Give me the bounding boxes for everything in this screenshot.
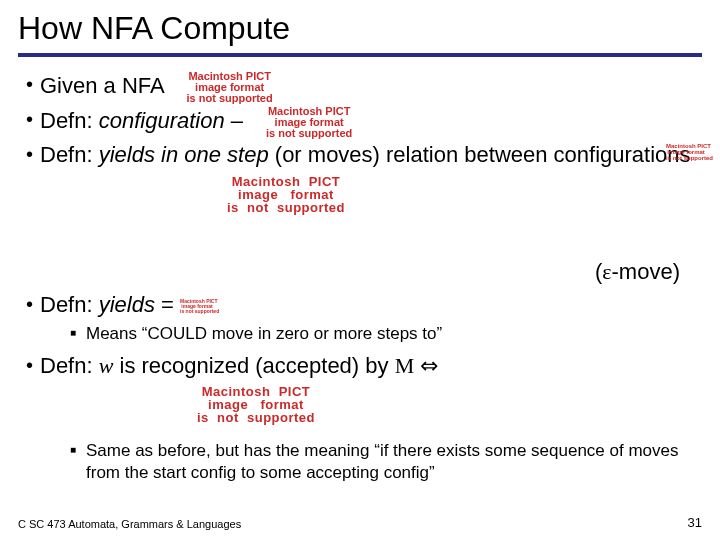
- text-span: Defn:: [40, 353, 99, 378]
- subbullet-square-icon: ■: [70, 440, 86, 459]
- text-span: (or moves) relation between configuratio…: [275, 142, 691, 167]
- text-em: yields: [99, 292, 155, 317]
- footer-page-number: 31: [688, 515, 702, 530]
- text-em: configuration: [99, 108, 225, 133]
- subbullet-could-move: ■ Means “COULD move in zero or more step…: [70, 323, 702, 344]
- text-span: Defn:: [40, 292, 99, 317]
- epsilon-icon: ε: [602, 259, 611, 284]
- subbullet-text: Same as before, but has the meaning “if …: [86, 440, 702, 483]
- bullet-defn-yields-one-step: • Defn: yields in one step (or moves) re…: [26, 141, 702, 169]
- text-span: Defn:: [40, 142, 99, 167]
- pict-placeholder-block: Macintosh PICT image format is not suppo…: [86, 175, 486, 214]
- subbullet-same-as-before: ■ Same as before, but has the meaning “i…: [70, 440, 702, 483]
- bullet-dot: •: [26, 106, 40, 132]
- bullet-text: Defn: yields in one step (or moves) rela…: [40, 141, 702, 169]
- bullet-text: Given a NFA Macintosh PICT image format …: [40, 71, 702, 104]
- pict-placeholder-icon: Macintosh PICT image format is not suppo…: [249, 106, 369, 139]
- text-span: –: [225, 108, 249, 133]
- bullet-text: Defn: yields = Macintosh PICT image form…: [40, 291, 702, 319]
- text-span: =: [155, 292, 180, 317]
- bullet-dot: •: [26, 291, 40, 317]
- text-var-w: w: [99, 353, 114, 378]
- pict-placeholder-icon: Macintosh PICT image format is not suppo…: [180, 299, 214, 314]
- text-span: -move): [612, 259, 680, 284]
- text-span: Defn:: [40, 108, 99, 133]
- bullet-defn-yields: • Defn: yields = Macintosh PICT image fo…: [26, 291, 702, 319]
- pict-placeholder-icon: Macintosh PICT image format is not suppo…: [170, 71, 290, 104]
- slide-body: • Given a NFA Macintosh PICT image forma…: [0, 71, 720, 483]
- bullet-defn-recognized: • Defn: w is recognized (accepted) by M …: [26, 352, 702, 380]
- bullet-defn-configuration: • Defn: configuration – Macintosh PICT i…: [26, 106, 702, 139]
- bullet-dot: •: [26, 141, 40, 167]
- bullet-given-nfa: • Given a NFA Macintosh PICT image forma…: [26, 71, 702, 104]
- text-var-m: M: [395, 353, 415, 378]
- bullet-dot: •: [26, 352, 40, 378]
- bullet-dot: •: [26, 71, 40, 97]
- text-em: yields in one step: [99, 142, 275, 167]
- slide-title: How NFA Compute: [0, 0, 720, 53]
- text-span: is recognized (accepted) by: [113, 353, 394, 378]
- bullet-text: Defn: configuration – Macintosh PICT ima…: [40, 106, 702, 139]
- iff-icon: ⇔: [414, 353, 438, 378]
- bullet-text: Defn: w is recognized (accepted) by M ⇔: [40, 352, 702, 380]
- subbullet-square-icon: ■: [70, 323, 86, 342]
- title-underline: [18, 53, 702, 57]
- pict-placeholder-icon: Macintosh PICT image format is not suppo…: [666, 143, 706, 161]
- epsilon-move-note: (ε-move): [26, 258, 702, 286]
- subbullet-text: Means “COULD move in zero or more steps …: [86, 323, 702, 344]
- slide: How NFA Compute • Given a NFA Macintosh …: [0, 0, 720, 540]
- footer-course: C SC 473 Automata, Grammars & Languages: [18, 518, 241, 530]
- text-span: Given a NFA: [40, 73, 164, 98]
- pict-placeholder-block: Macintosh PICT image format is not suppo…: [106, 385, 406, 424]
